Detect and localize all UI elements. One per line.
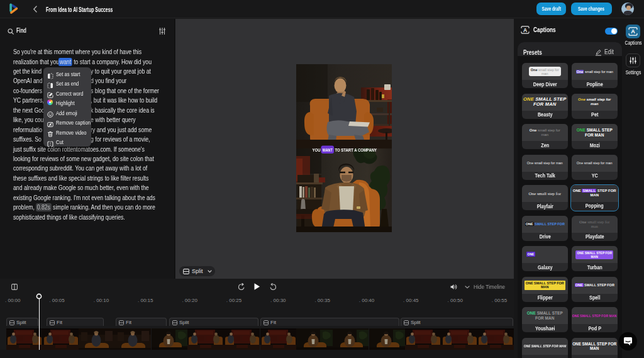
svg-text:A: A	[523, 27, 527, 33]
svg-text:WANT: WANT	[323, 147, 333, 153]
svg-text:TO START A COMPANY: TO START A COMPANY	[335, 147, 377, 153]
svg-text:YOU: YOU	[313, 147, 321, 153]
svg-text:A: A	[631, 28, 635, 35]
